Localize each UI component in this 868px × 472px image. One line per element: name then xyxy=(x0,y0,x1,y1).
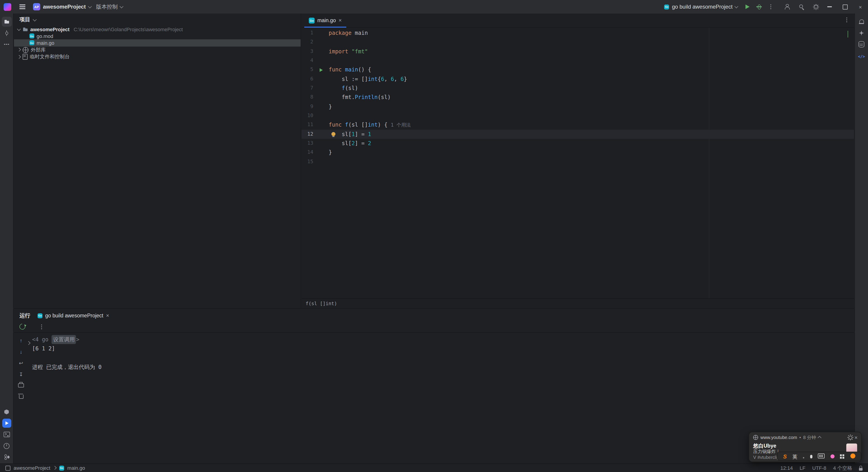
line-number[interactable]: 2 xyxy=(302,38,313,47)
code-line-11[interactable]: 11func f(sl []int) { 1 个用法 xyxy=(302,121,854,130)
fold-arrow[interactable] xyxy=(27,338,30,347)
notification-settings-button[interactable] xyxy=(847,435,852,440)
line-number[interactable]: 6 xyxy=(302,74,313,84)
read-only-lock-icon[interactable] xyxy=(859,466,863,470)
skin-button[interactable] xyxy=(830,452,834,460)
tree-item-main-go[interactable]: main.go xyxy=(14,39,301,46)
virtual-keyboard-icon xyxy=(818,453,825,459)
line-number[interactable]: 9 xyxy=(302,102,313,112)
console-more-button[interactable] xyxy=(39,323,44,332)
code-line-14[interactable]: 14} xyxy=(302,148,854,157)
commit-tool-window-button[interactable] xyxy=(2,28,11,38)
database-tool-window-button[interactable] xyxy=(857,39,866,49)
code-line-1[interactable]: 1package main xyxy=(302,29,854,38)
account-button[interactable] xyxy=(781,1,793,13)
encoding-widget[interactable]: UTF-8 xyxy=(812,465,826,471)
close-button[interactable] xyxy=(852,0,868,13)
settings-button[interactable] xyxy=(810,1,822,13)
code-editor[interactable]: 1package main23import "fmt"45func main()… xyxy=(302,28,854,298)
code-line-15[interactable]: 15 xyxy=(302,157,854,167)
line-number[interactable]: 10 xyxy=(302,111,313,121)
code-line-3[interactable]: 3import "fmt" xyxy=(302,47,854,56)
chevron-right-icon[interactable] xyxy=(17,55,21,59)
search-everywhere-button[interactable] xyxy=(796,1,807,13)
intention-bulb-icon[interactable] xyxy=(331,132,336,136)
code-tool-window-button[interactable] xyxy=(857,51,866,61)
line-number[interactable]: 14 xyxy=(302,148,313,157)
run-configuration-selector[interactable]: go build awesomeProject xyxy=(664,4,738,10)
console-line-1: <4 go 设置调用> xyxy=(32,335,854,344)
code-line-8[interactable]: 8 fmt.Println(sl) xyxy=(302,93,854,102)
rerun-button[interactable] xyxy=(20,323,25,332)
chevron-right-icon[interactable] xyxy=(17,48,21,52)
cursor-position-widget[interactable]: 12:14 xyxy=(780,465,793,471)
notifications-button[interactable] xyxy=(857,17,866,27)
code-line-12[interactable]: 12 sl[1] = 1 xyxy=(302,130,854,139)
more-tool-windows-button[interactable] xyxy=(2,39,11,49)
project-panel-header[interactable]: 项目 xyxy=(14,13,301,26)
chevron-down-icon[interactable] xyxy=(17,27,21,31)
notification-close-button[interactable] xyxy=(855,434,858,441)
line-number[interactable]: 13 xyxy=(302,139,313,148)
more-actions-button[interactable] xyxy=(765,1,777,13)
language-indicator[interactable]: 英 xyxy=(792,452,797,460)
code-line-9[interactable]: 9} xyxy=(302,102,854,112)
chevron-down-icon xyxy=(33,18,37,21)
maximize-button[interactable] xyxy=(837,0,852,13)
tree-item-root[interactable]: awesomeProjectC:\Users\meowr\GolandProje… xyxy=(14,26,301,33)
services-tool-window-button[interactable] xyxy=(2,407,11,417)
toolbox-button[interactable] xyxy=(840,452,844,460)
problems-tool-window-button[interactable] xyxy=(2,441,11,451)
line-number[interactable]: 15 xyxy=(302,157,313,167)
line-number[interactable]: 4 xyxy=(302,56,313,65)
code-line-2[interactable]: 2 xyxy=(302,38,854,47)
ime-toolbar[interactable]: S英 xyxy=(777,452,861,461)
code-line-5[interactable]: 5func main() { xyxy=(302,65,854,74)
tree-item-go-mod[interactable]: go.mod xyxy=(14,33,301,39)
code-line-7[interactable]: 7 f(sl) xyxy=(302,84,854,93)
vcs-widget[interactable]: 版本控制 xyxy=(96,3,123,11)
run-gutter-icon[interactable] xyxy=(319,68,322,72)
terminal-tool-window-button[interactable] xyxy=(2,430,11,439)
code-line-13[interactable]: 13 sl[2] = 2 xyxy=(302,139,854,148)
version-control-tool-window-button[interactable] xyxy=(2,452,11,462)
code-line-6[interactable]: 6 sl := []int{6, 6, 6} xyxy=(302,74,854,84)
line-number[interactable]: 7 xyxy=(302,84,313,93)
project-widget[interactable]: AP awesomeProject xyxy=(33,3,91,10)
main-menu-button[interactable] xyxy=(16,1,28,13)
chevron-up-icon[interactable] xyxy=(818,436,822,440)
tab-options-button[interactable] xyxy=(844,16,849,24)
indent-widget[interactable]: 4 个空格 xyxy=(833,465,852,471)
line-number[interactable]: 5 xyxy=(302,65,313,74)
debug-button[interactable] xyxy=(753,1,765,13)
tab-main-go[interactable]: main.go xyxy=(304,13,346,27)
minimize-button[interactable] xyxy=(822,0,837,13)
virtual-keyboard-button[interactable] xyxy=(818,452,825,460)
code-line-10[interactable]: 10 xyxy=(302,111,854,121)
line-number[interactable]: 3 xyxy=(302,47,313,56)
sogou-logo[interactable]: S xyxy=(783,452,786,460)
line-separator-widget[interactable]: LF xyxy=(800,465,806,471)
microphone-button[interactable] xyxy=(810,452,812,460)
run-tool-window-button[interactable] xyxy=(2,418,11,428)
run-button[interactable] xyxy=(741,1,753,13)
line-number[interactable]: 12 xyxy=(302,130,313,139)
project-tool-window-button[interactable] xyxy=(2,17,11,27)
line-number[interactable]: 1 xyxy=(302,29,313,38)
tree-item-external-libraries[interactable]: 外部库 xyxy=(14,46,301,53)
run-tab-go-build[interactable]: go build awesomeProject xyxy=(37,312,109,319)
ai-assistant-button[interactable] xyxy=(857,28,866,38)
close-tab-icon[interactable] xyxy=(339,17,342,24)
token: (sl) xyxy=(345,85,358,91)
line-number[interactable]: 8 xyxy=(302,93,313,102)
line-number[interactable]: 11 xyxy=(302,121,313,130)
sogou-smiley-button[interactable] xyxy=(850,452,855,460)
code-line-4[interactable]: 4 xyxy=(302,56,854,65)
gear-icon xyxy=(813,4,819,10)
separator-dot-button[interactable] xyxy=(803,452,804,460)
separator-dot-icon xyxy=(803,457,804,459)
tree-item-scratches-and-consoles[interactable]: 临时文件和控制台 xyxy=(14,53,301,60)
status-breadcrumb[interactable]: awesomeProject main.go xyxy=(5,465,85,471)
chevron-right-icon xyxy=(53,466,57,470)
close-tab-icon[interactable] xyxy=(106,312,109,319)
